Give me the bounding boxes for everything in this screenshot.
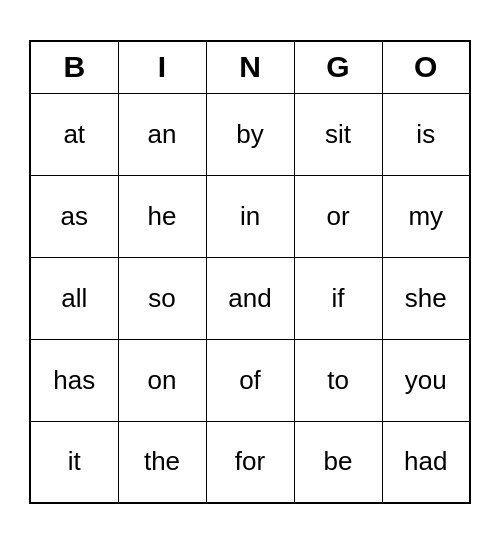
bingo-cell-r3-c2: of: [206, 339, 294, 421]
bingo-row-2: allsoandifshe: [30, 257, 470, 339]
bingo-table: BINGO atanbysitisasheinormyallsoandifshe…: [29, 40, 471, 504]
header-row: BINGO: [30, 41, 470, 93]
bingo-cell-r1-c1: he: [118, 175, 206, 257]
bingo-cell-r3-c3: to: [294, 339, 382, 421]
bingo-body: atanbysitisasheinormyallsoandifshehasono…: [30, 93, 470, 503]
bingo-header: BINGO: [30, 41, 470, 93]
bingo-row-1: asheinormy: [30, 175, 470, 257]
header-cell-i: I: [118, 41, 206, 93]
bingo-card: BINGO atanbysitisasheinormyallsoandifshe…: [29, 40, 471, 504]
bingo-cell-r0-c4: is: [382, 93, 470, 175]
bingo-cell-r4-c4: had: [382, 421, 470, 503]
bingo-cell-r0-c1: an: [118, 93, 206, 175]
bingo-cell-r1-c3: or: [294, 175, 382, 257]
bingo-cell-r4-c1: the: [118, 421, 206, 503]
header-cell-o: O: [382, 41, 470, 93]
bingo-cell-r3-c0: has: [30, 339, 118, 421]
header-cell-n: N: [206, 41, 294, 93]
bingo-cell-r3-c4: you: [382, 339, 470, 421]
bingo-cell-r0-c2: by: [206, 93, 294, 175]
header-cell-g: G: [294, 41, 382, 93]
bingo-cell-r0-c0: at: [30, 93, 118, 175]
bingo-cell-r3-c1: on: [118, 339, 206, 421]
bingo-cell-r0-c3: sit: [294, 93, 382, 175]
bingo-row-3: hasonoftoyou: [30, 339, 470, 421]
bingo-row-0: atanbysitis: [30, 93, 470, 175]
bingo-cell-r1-c4: my: [382, 175, 470, 257]
bingo-cell-r1-c0: as: [30, 175, 118, 257]
bingo-cell-r2-c4: she: [382, 257, 470, 339]
bingo-cell-r1-c2: in: [206, 175, 294, 257]
bingo-cell-r2-c0: all: [30, 257, 118, 339]
bingo-cell-r4-c2: for: [206, 421, 294, 503]
header-cell-b: B: [30, 41, 118, 93]
bingo-row-4: ittheforbehad: [30, 421, 470, 503]
bingo-cell-r2-c3: if: [294, 257, 382, 339]
bingo-cell-r2-c1: so: [118, 257, 206, 339]
bingo-cell-r4-c3: be: [294, 421, 382, 503]
bingo-cell-r2-c2: and: [206, 257, 294, 339]
bingo-cell-r4-c0: it: [30, 421, 118, 503]
